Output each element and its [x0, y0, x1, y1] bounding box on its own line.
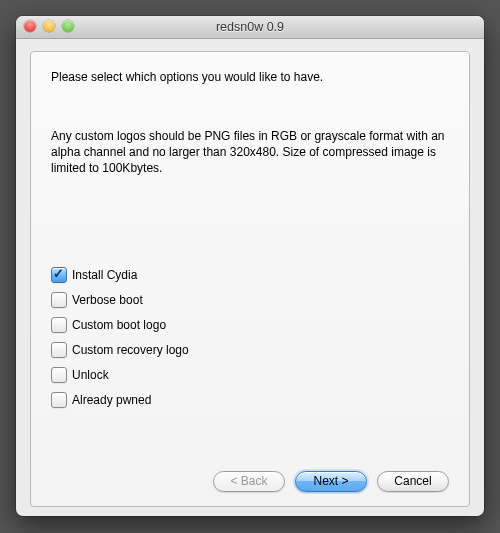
option-label: Unlock	[72, 368, 109, 382]
intro-text: Please select which options you would li…	[51, 70, 449, 84]
options-list: Install Cydia Verbose boot Custom boot l…	[51, 267, 449, 408]
window-title: redsn0w 0.9	[216, 20, 284, 34]
option-label: Custom boot logo	[72, 318, 166, 332]
option-install-cydia[interactable]: Install Cydia	[51, 267, 449, 283]
traffic-lights	[24, 20, 74, 32]
checkbox-icon[interactable]	[51, 317, 67, 333]
note-text: Any custom logos should be PNG files in …	[51, 128, 449, 177]
content: Please select which options you would li…	[16, 39, 484, 516]
option-custom-recovery-logo[interactable]: Custom recovery logo	[51, 342, 449, 358]
back-button: < Back	[213, 471, 285, 492]
checkbox-icon[interactable]	[51, 367, 67, 383]
option-verbose-boot[interactable]: Verbose boot	[51, 292, 449, 308]
minimize-icon[interactable]	[43, 20, 55, 32]
checkbox-icon[interactable]	[51, 267, 67, 283]
option-label: Already pwned	[72, 393, 151, 407]
next-button[interactable]: Next >	[295, 471, 367, 492]
titlebar: redsn0w 0.9	[16, 16, 484, 39]
options-panel: Please select which options you would li…	[30, 51, 470, 507]
cancel-button[interactable]: Cancel	[377, 471, 449, 492]
option-label: Install Cydia	[72, 268, 137, 282]
option-custom-boot-logo[interactable]: Custom boot logo	[51, 317, 449, 333]
checkbox-icon[interactable]	[51, 292, 67, 308]
option-label: Verbose boot	[72, 293, 143, 307]
option-label: Custom recovery logo	[72, 343, 189, 357]
footer: < Back Next > Cancel	[51, 457, 449, 492]
close-icon[interactable]	[24, 20, 36, 32]
option-unlock[interactable]: Unlock	[51, 367, 449, 383]
checkbox-icon[interactable]	[51, 392, 67, 408]
window: redsn0w 0.9 Please select which options …	[16, 16, 484, 516]
option-already-pwned[interactable]: Already pwned	[51, 392, 449, 408]
checkbox-icon[interactable]	[51, 342, 67, 358]
zoom-icon[interactable]	[62, 20, 74, 32]
